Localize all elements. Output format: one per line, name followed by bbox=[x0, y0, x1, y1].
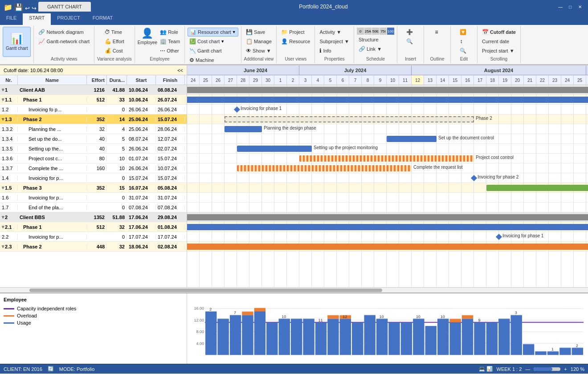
cost-chart-button[interactable]: 💹 Cost chart ▼ bbox=[188, 37, 226, 46]
gantt-scrollbar[interactable] bbox=[0, 287, 588, 293]
task-row[interactable]: ▿ 1.5 Phase 3 352 15 16.07.24 05.08.24 bbox=[0, 183, 187, 193]
zoom-minus[interactable]: — bbox=[525, 366, 530, 372]
ribbon-group-capacity: 📊 Resource chart ▼ 💹 Cost chart ▼ 📉 Gant… bbox=[185, 26, 241, 63]
expand-btn[interactable]: ▿ bbox=[2, 97, 4, 102]
link-button[interactable]: 🔗 Link ▼ bbox=[357, 45, 384, 53]
window-title: Portfolio 2024_cloud bbox=[91, 4, 556, 10]
refresh-icon[interactable]: 🔄 bbox=[48, 366, 54, 372]
structure-button[interactable]: Structure bbox=[357, 35, 380, 44]
task-row[interactable]: 1.3.7 Complete the ... 160 10 26.06.24 1… bbox=[0, 163, 187, 173]
role-button[interactable]: 👥 Role bbox=[158, 28, 182, 37]
link-icon: 🔗 bbox=[359, 46, 365, 52]
resource-legend-panel: Employee Capacity independent roles Over… bbox=[0, 293, 187, 364]
gantt-scrollbar-thumb[interactable] bbox=[29, 289, 382, 292]
project-button[interactable]: 📁 Project bbox=[279, 28, 306, 37]
expand-btn[interactable]: ▿ bbox=[2, 215, 4, 220]
task-row[interactable]: ▿ 1.1 Phase 1 512 33 10.06.24 26.07.24 bbox=[0, 95, 187, 105]
cell-name: End of the pla... bbox=[18, 205, 87, 210]
task-row[interactable]: ▿ 2.3 Phase 2 448 32 18.06.24 02.08.24 bbox=[0, 242, 187, 252]
cell-nr: 1.7 bbox=[0, 205, 18, 210]
expand-btn[interactable]: ▿ bbox=[2, 224, 4, 229]
gantt-chart-cap-button[interactable]: 📉 Gantt chart bbox=[188, 46, 223, 55]
task-row[interactable]: ▿ 2 Client BBS 1352 51.88 17.06.24 29.08… bbox=[0, 212, 187, 222]
info-button[interactable]: ℹ Info bbox=[318, 46, 333, 55]
cost-button[interactable]: 💰 Cost bbox=[103, 46, 125, 55]
task-row[interactable]: ▿ 2.1 Phase 1 512 32 17.06.24 01.08.24 bbox=[0, 222, 187, 232]
schedule-btn-2[interactable]: 25A bbox=[364, 28, 372, 35]
task-row[interactable]: 1.3.4 Set up the do... 40 5 08.07.24 12.… bbox=[0, 134, 187, 144]
schedule-btn-3[interactable]: 50E bbox=[372, 28, 379, 35]
task-row[interactable]: ▿ 1.3 Phase 2 352 14 25.06.24 15.07.24 bbox=[0, 114, 187, 124]
current-date-button[interactable]: Current date bbox=[480, 37, 511, 46]
resource-button[interactable]: 👤 Resource bbox=[279, 37, 312, 46]
complete-label: Complete the request list bbox=[413, 165, 463, 170]
gantt-chart-button[interactable]: 📊 Gantt chart bbox=[3, 27, 31, 57]
variance-group-label: Variance analysis bbox=[97, 57, 132, 62]
tab-format[interactable]: FORMAT bbox=[86, 13, 119, 25]
project-label: Project bbox=[289, 29, 304, 35]
scroll-left-btn[interactable]: << bbox=[177, 68, 183, 73]
cell-start: 17.06.24 bbox=[127, 224, 156, 230]
search-button[interactable]: 🔍 bbox=[458, 46, 470, 55]
schedule-btn-4[interactable]: 75I bbox=[380, 28, 387, 35]
cell-start: 17.07.24 bbox=[127, 234, 156, 240]
expand-btn[interactable]: ▿ bbox=[2, 117, 4, 122]
effort-button[interactable]: 💪 Effort bbox=[103, 37, 126, 46]
legend-usage: Usage bbox=[4, 320, 183, 325]
insert-btn2[interactable]: 🔍 bbox=[404, 37, 416, 46]
current-date-label: Current date bbox=[482, 39, 509, 44]
time-button[interactable]: ⏱ Time bbox=[103, 28, 124, 37]
close-button[interactable]: ✕ bbox=[576, 3, 584, 11]
schedule-btn-1[interactable]: 0 bbox=[357, 28, 364, 35]
sort-button[interactable]: ↕ bbox=[458, 37, 466, 46]
vline bbox=[324, 85, 324, 287]
resource-chart-button[interactable]: 📊 Resource chart ▼ bbox=[188, 28, 238, 37]
expand-btn[interactable]: ▿ bbox=[2, 185, 4, 190]
expand-btn[interactable]: ▿ bbox=[2, 244, 4, 249]
task-row[interactable]: 2.2 Invoicing for p... 0 17.07.24 17.07.… bbox=[0, 232, 187, 242]
network-diagram-button[interactable]: 🔗 Network diagram bbox=[37, 28, 85, 37]
minimize-button[interactable]: — bbox=[556, 3, 565, 11]
other-button[interactable]: ⋯ Other bbox=[158, 46, 182, 55]
show-button[interactable]: 👁 Show ▼ bbox=[244, 46, 273, 55]
outline-icon1: ≡ bbox=[435, 29, 438, 35]
zoom-plus[interactable]: + bbox=[564, 366, 567, 372]
team-button[interactable]: 🏢 Team bbox=[158, 37, 182, 46]
task-row[interactable]: 1.2 Invoicing fo p... 0 26.06.24 26.06.2… bbox=[0, 105, 187, 114]
gantt-network-button[interactable]: 📈 Gantt-network chart bbox=[37, 37, 91, 46]
schedule-btn-5[interactable]: 100 bbox=[387, 28, 394, 35]
task-row[interactable]: ▿ 1 Client AAB 1216 41.88 10.06.24 08.08… bbox=[0, 85, 187, 95]
save-view-button[interactable]: 💾 Save bbox=[244, 28, 267, 37]
filter-button[interactable]: 🔽 bbox=[458, 28, 470, 37]
cell-effort: 40 bbox=[87, 136, 107, 142]
task-row[interactable]: 1.6 Invoicing for p... 0 31.07.24 31.07.… bbox=[0, 193, 187, 203]
task-row[interactable]: 1.7 End of the pla... 0 07.08.24 07.08.2… bbox=[0, 203, 187, 212]
machine-button[interactable]: ⚙ Machine bbox=[188, 56, 216, 65]
cutoff-date-button[interactable]: 📅 Cutoff date bbox=[480, 28, 518, 37]
gantt-cap-label: Gantt chart bbox=[197, 48, 221, 53]
task-row[interactable]: 1.3.5 Setting up the... 40 5 26.06.24 02… bbox=[0, 144, 187, 154]
tab-start[interactable]: START bbox=[23, 13, 51, 25]
ribbon-group-schedule: 0 25A 50E 75I 100 Structure 🔗 Link ▼ Sch… bbox=[354, 26, 397, 63]
subproject-button[interactable]: Subproject ▼ bbox=[318, 37, 351, 46]
manage-button[interactable]: 📋 Manage bbox=[244, 37, 274, 46]
vline bbox=[386, 85, 387, 287]
col-start: Start bbox=[127, 75, 156, 85]
gantt-chart-tab[interactable]: GANTT CHART bbox=[38, 2, 91, 12]
activity-props-button[interactable]: Activity ▼ bbox=[318, 28, 343, 37]
tab-project[interactable]: PROJECT bbox=[51, 13, 86, 25]
maximize-button[interactable]: □ bbox=[566, 3, 575, 11]
insert-btn[interactable]: ➕ bbox=[404, 28, 416, 37]
cell-name: Phase 2 bbox=[18, 244, 87, 249]
cell-finish: 01.08.24 bbox=[156, 224, 185, 230]
tab-file[interactable]: FILE bbox=[0, 13, 23, 25]
project-start-label: Project start ▼ bbox=[482, 48, 514, 53]
task-row[interactable]: 1.4 Invoicing for p... 0 15.07.24 15.07.… bbox=[0, 173, 187, 183]
task-row[interactable]: 1.3.2 Planning the ... 32 4 25.06.24 28.… bbox=[0, 124, 187, 134]
cell-dur: 5 bbox=[107, 136, 127, 142]
outline-btn1[interactable]: ≡ bbox=[433, 28, 441, 37]
task-row[interactable]: 1.3.6 Project cost c... 80 10 01.07.24 1… bbox=[0, 154, 187, 163]
project-start-button[interactable]: Project start ▼ bbox=[480, 46, 516, 55]
zoom-slider[interactable] bbox=[534, 367, 560, 371]
expand-btn[interactable]: ▿ bbox=[2, 87, 4, 92]
